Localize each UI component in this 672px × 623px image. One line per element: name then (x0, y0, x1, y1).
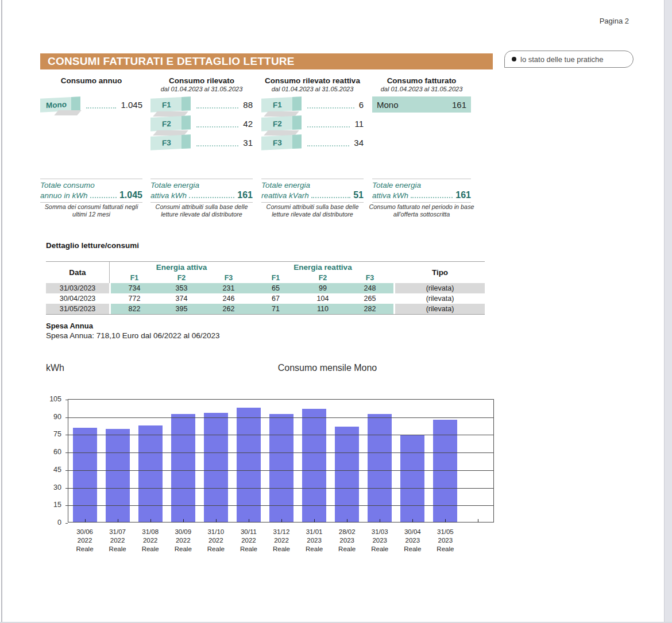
total-rule (372, 202, 471, 203)
header-fascia: F1 (111, 273, 158, 283)
bar (73, 428, 97, 522)
x-category-label: 30/062022Reale (68, 528, 102, 554)
x-category-label: 31/032023Reale (362, 528, 397, 554)
header-fascia: F3 (205, 273, 252, 283)
x-label-kind: Reale (330, 545, 364, 554)
fascia-block: F3 (261, 134, 302, 150)
x-label-kind: Reale (166, 545, 200, 554)
header-group-attiva: Energia attiva (111, 262, 252, 273)
gridline (68, 470, 493, 471)
total-value: 1.045 (119, 190, 142, 200)
fascia-label: F3 (273, 138, 282, 147)
cell-value: 822 (111, 304, 158, 314)
y-tick-label: 60 (36, 448, 61, 456)
billed-value: 161 (452, 100, 466, 110)
x-label-kind: Reale (199, 545, 233, 554)
x-tick (412, 519, 413, 522)
total-dots (311, 197, 350, 198)
block-shadow (54, 110, 82, 115)
gridline (68, 452, 493, 453)
cell-value: 246 (205, 293, 252, 304)
bar (106, 429, 130, 522)
column-note: Consumo fatturato nel periodo in base al… (369, 203, 474, 218)
x-tick (249, 519, 249, 522)
header-fascia: F2 (299, 273, 346, 283)
fascia-block: F1 (261, 96, 302, 113)
column-period: dal 01.04.2023 al 31.05.2023 (372, 86, 471, 94)
total-label-line1: Totale energia (372, 181, 471, 190)
fascia-row: F242 (150, 116, 253, 131)
total-dots (189, 197, 234, 198)
cell-value: 99 (299, 283, 346, 293)
x-label-year: 2022 (133, 536, 168, 545)
fascia-value: 1.045 (121, 100, 142, 110)
column-total: Totale energiaattiva kWh161 (372, 179, 471, 203)
x-label-year: 2023 (395, 536, 430, 545)
y-tick-label: 15 (36, 501, 61, 509)
dotted-leader (86, 107, 116, 109)
header-fascia: F3 (346, 273, 393, 283)
column-period (40, 86, 142, 94)
fascia-value: 6 (359, 100, 364, 110)
x-label-year: 2023 (297, 536, 331, 545)
cell-date: 31/05/2023 (46, 304, 109, 314)
column-title: Consumo fatturato (372, 76, 471, 85)
cell-date: 31/03/2023 (46, 283, 109, 293)
total-value: 51 (353, 190, 364, 200)
x-label-kind: Reale (231, 545, 266, 554)
gridline (68, 417, 493, 418)
cell-value: 65 (252, 283, 299, 293)
fascia-label: F3 (162, 138, 171, 147)
x-label-kind: Reale (362, 545, 397, 554)
y-tick-label: 0 (36, 518, 61, 527)
gridline (68, 488, 493, 489)
x-category-label: 30/042023Reale (395, 528, 430, 554)
fascia-label: Mono (46, 100, 67, 110)
x-label-date: 28/02 (330, 528, 364, 536)
y-tick (65, 488, 68, 489)
fascia-block: F3 (150, 134, 191, 150)
fascia-label: F2 (273, 119, 282, 128)
x-tick (216, 519, 217, 522)
gridline (68, 505, 493, 506)
y-tick (65, 417, 68, 418)
total-label-line2: annuo in kWh (40, 191, 88, 200)
cell-value: 265 (346, 293, 393, 304)
x-label-kind: Reale (264, 545, 299, 554)
y-tick (65, 470, 68, 471)
cell-value: 353 (158, 283, 205, 293)
total-label-line1: Totale energia (261, 181, 364, 190)
x-label-year: 2022 (264, 536, 299, 545)
x-label-date: 31/03 (362, 528, 397, 536)
bill-page: Pagina 2 lo stato delle tue pratiche CON… (0, 0, 672, 623)
fascia-block: F1 (150, 96, 191, 113)
x-label-kind: Reale (133, 545, 168, 554)
section-title: CONSUMI FATTURATI E DETTAGLIO LETTURE (48, 55, 295, 67)
header-group-reattiva: Energia reattiva (252, 262, 393, 273)
dotted-leader (196, 107, 238, 109)
x-tick (380, 519, 380, 522)
column-title: Consumo rilevato reattiva (261, 76, 364, 85)
x-label-date: 31/12 (264, 528, 299, 536)
x-label-year: 2022 (101, 536, 135, 545)
cell-value: 282 (346, 304, 393, 314)
column-total: Totale energiareattiva kVarh51 (261, 179, 364, 203)
x-label-year: 2022 (166, 536, 200, 545)
billed-box: Mono161 (372, 96, 471, 113)
scrollbar-strip[interactable] (664, 0, 672, 622)
fascia-row: Mono1.045 (40, 97, 142, 112)
practices-status-button[interactable]: lo stato delle tue pratiche (504, 51, 634, 68)
bar (138, 425, 163, 522)
x-label-kind: Reale (395, 545, 430, 554)
x-label-kind: Reale (68, 545, 102, 554)
y-tick (65, 452, 68, 453)
x-label-year: 2023 (362, 536, 397, 545)
y-tick (65, 523, 68, 524)
total-line2: annuo in kWh1.045 (40, 190, 142, 200)
practices-status-label: lo stato delle tue pratiche (520, 55, 604, 64)
dotted-leader (307, 145, 349, 146)
x-label-year: 2022 (199, 536, 233, 545)
column-consumo-annuo: Consumo annuoMono1.045Totale consumoannu… (40, 76, 142, 223)
column-consumo-rilevato: Consumo rilevatodal 01.04.2023 al 31.05.… (150, 76, 253, 223)
x-tick (281, 519, 282, 522)
